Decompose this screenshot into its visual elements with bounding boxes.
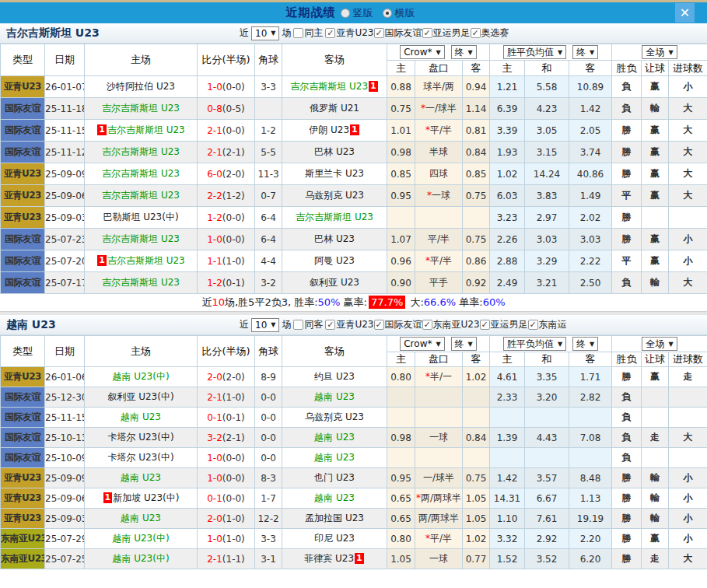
vertical-layout-radio[interactable] <box>341 9 350 18</box>
score-cell: 2-0(1-0) <box>198 509 255 529</box>
horizontal-layout-radio[interactable] <box>383 9 392 18</box>
horizontal-layout-label[interactable]: 横版 <box>395 6 415 20</box>
away-team-name[interactable]: 乌兹别克 U23 <box>305 411 364 422</box>
team-title: 越南 U23 <box>6 318 240 332</box>
away-team-name[interactable]: 孟加拉国 U23 <box>305 513 364 523</box>
wdl-average-select[interactable]: 胜平负均值▼ <box>503 337 566 351</box>
home-team-name[interactable]: 吉尔吉斯斯坦 U23 <box>102 233 180 244</box>
away-team-name[interactable]: 巴林 U23 <box>314 233 355 244</box>
away-team-name[interactable]: 巴林 U23 <box>314 146 355 157</box>
home-team-name[interactable]: 巴勒斯坦 U23(中) <box>103 212 178 222</box>
bookmaker-select[interactable]: Crow*▼ <box>400 45 444 59</box>
league-filter-checkbox[interactable]: ✓东南亚U23 <box>422 318 480 331</box>
home-team-cell: 越南 U23(中) <box>85 549 198 569</box>
match-count-select[interactable]: 10▼ <box>251 26 279 40</box>
away-team-cell: 叙利亚 U23 <box>282 272 387 294</box>
league-filter-checkbox[interactable]: ✓亚运男足 <box>480 318 528 331</box>
match-count-select[interactable]: 10▼ <box>251 318 279 332</box>
home-team-name[interactable]: 越南 U23(中) <box>112 371 169 382</box>
match-row: 国际友谊 25-11-15 越南 U23 0-1(0-1) 0-0 乌兹别克 U… <box>1 408 707 428</box>
home-team-cell: 1新加坡 U23(中) <box>85 488 198 509</box>
home-team-name[interactable]: 越南 U23(中) <box>112 553 169 564</box>
same-venue-checkbox[interactable]: 同主 <box>293 26 323 40</box>
league-filter-checkbox[interactable]: ✓国际友谊 <box>374 318 422 331</box>
home-team-name[interactable]: 卡塔尔 U23(中) <box>107 432 173 443</box>
home-team-name[interactable]: 吉尔吉斯斯坦 U23 <box>102 103 180 114</box>
match-row: 国际友谊 25-07-20 1吉尔吉斯斯坦 U23 1-1(1-0) 4-4 阿… <box>1 250 707 272</box>
home-team-name[interactable]: 沙特阿拉伯 U23 <box>107 81 175 92</box>
result-cell: 平 <box>612 250 642 272</box>
league-filter-checkbox[interactable]: ✓国际友谊 <box>374 26 422 40</box>
euro-home-odds: 1.93 <box>490 142 525 163</box>
away-team-name[interactable]: 乌兹别克 U23 <box>305 190 364 201</box>
halftime-score: (0-0) <box>222 453 245 464</box>
away-team-name[interactable]: 越南 U23 <box>314 492 355 503</box>
asian-home-odds: 0.98 <box>387 142 415 163</box>
win-rate: 50% <box>318 296 341 308</box>
away-team-name[interactable]: 吉尔吉斯斯坦 U23 <box>296 212 373 222</box>
same-venue-checkbox[interactable]: 同客 <box>293 318 323 331</box>
wdl-average-select[interactable]: 胜平负均值▼ <box>503 45 566 59</box>
league-filter-checkbox[interactable]: ✓亚运男足 <box>422 26 471 40</box>
euro-away-odds: 2.20 <box>569 529 612 549</box>
final-odds-select[interactable]: 终▼ <box>451 337 477 351</box>
goals-result-cell: 大 <box>669 142 707 163</box>
away-team-name[interactable]: 斯里兰卡 U23 <box>305 168 364 179</box>
home-team-name[interactable]: 新加坡 U23(中) <box>113 492 179 503</box>
home-team-name[interactable]: 吉尔吉斯斯坦 U23 <box>102 168 180 179</box>
score-cell: 3-2(2-1) <box>198 428 255 448</box>
league-filter-checkbox[interactable]: ✓奥选赛 <box>471 26 509 40</box>
away-team-name[interactable]: 叙利亚 U23 <box>310 277 359 288</box>
away-team-name[interactable]: 吉尔吉斯斯坦 U23 <box>290 81 368 92</box>
match-type-badge: 亚青U23 <box>1 468 45 488</box>
chevron-down-icon: ▼ <box>668 49 673 56</box>
goals-result-cell <box>669 448 707 468</box>
halftime-score: (2-0) <box>222 169 245 180</box>
away-team-name[interactable]: 越南 U23 <box>314 391 355 402</box>
league-filter-checkbox[interactable]: ✓亚青U23 <box>325 26 373 40</box>
home-team-name[interactable]: 卡塔尔 U23(中) <box>107 452 173 463</box>
match-type-badge: 国际友谊 <box>1 142 45 163</box>
bookmaker-select[interactable]: Crow*▼ <box>400 337 444 351</box>
away-team-name[interactable]: 伊朗 U23 <box>309 124 349 135</box>
halftime-score: (0-1) <box>222 278 245 289</box>
result-cell: 勝 <box>612 529 642 549</box>
period-select[interactable]: 全场▼ <box>642 45 677 59</box>
chevron-down-icon: ▼ <box>590 49 594 56</box>
final-odds-select[interactable]: 终▼ <box>572 337 598 351</box>
period-select[interactable]: 全场▼ <box>642 337 677 351</box>
home-team-name[interactable]: 越南 U23 <box>121 472 161 483</box>
home-team-name[interactable]: 吉尔吉斯斯坦 U23 <box>102 190 180 201</box>
away-team-name[interactable]: 也门 U23 <box>314 472 355 483</box>
away-team-name[interactable]: 约旦 U23 <box>314 371 355 382</box>
vertical-layout-label[interactable]: 竖版 <box>353 6 373 20</box>
league-filter-checkbox[interactable]: ✓东南运 <box>528 318 567 331</box>
asian-away-odds <box>463 207 490 229</box>
final-odds-select[interactable]: 终▼ <box>572 45 598 59</box>
home-team-name[interactable]: 越南 U23 <box>121 411 161 422</box>
match-type-badge: 国际友谊 <box>1 387 45 408</box>
away-team-name[interactable]: 印尼 U23 <box>314 533 355 544</box>
score-cell: 2-0(2-0) <box>198 367 255 387</box>
home-team-name[interactable]: 叙利亚 U23(中) <box>107 391 173 402</box>
home-team-name[interactable]: 吉尔吉斯斯坦 U23 <box>102 146 180 157</box>
away-team-name[interactable]: 越南 U23 <box>314 452 355 463</box>
final-odds-select[interactable]: 终▼ <box>451 45 477 59</box>
close-icon[interactable]: ✕ <box>675 3 695 23</box>
home-team-name[interactable]: 吉尔吉斯斯坦 U23 <box>107 255 185 266</box>
col-result: 胜负 <box>612 352 642 367</box>
euro-draw-odds <box>525 448 569 468</box>
away-team-name[interactable]: 菲律宾 U23 <box>304 553 354 564</box>
home-team-name[interactable]: 越南 U23 <box>121 513 161 523</box>
away-team-name[interactable]: 俄罗斯 U21 <box>310 103 359 114</box>
euro-home-odds: 3.23 <box>490 207 525 229</box>
score-cell: 2-2(1-2) <box>198 185 255 207</box>
euro-away-odds <box>569 408 612 428</box>
home-team-name[interactable]: 吉尔吉斯斯坦 U23 <box>102 277 180 288</box>
home-team-name[interactable]: 吉尔吉斯斯坦 U23 <box>107 124 185 135</box>
asian-away-odds <box>463 448 490 468</box>
away-team-name[interactable]: 阿曼 U23 <box>314 255 355 266</box>
away-team-name[interactable]: 越南 U23 <box>314 432 355 443</box>
home-team-name[interactable]: 越南 U23(中) <box>112 533 169 544</box>
league-filter-checkbox[interactable]: ✓亚青U23 <box>325 318 373 331</box>
